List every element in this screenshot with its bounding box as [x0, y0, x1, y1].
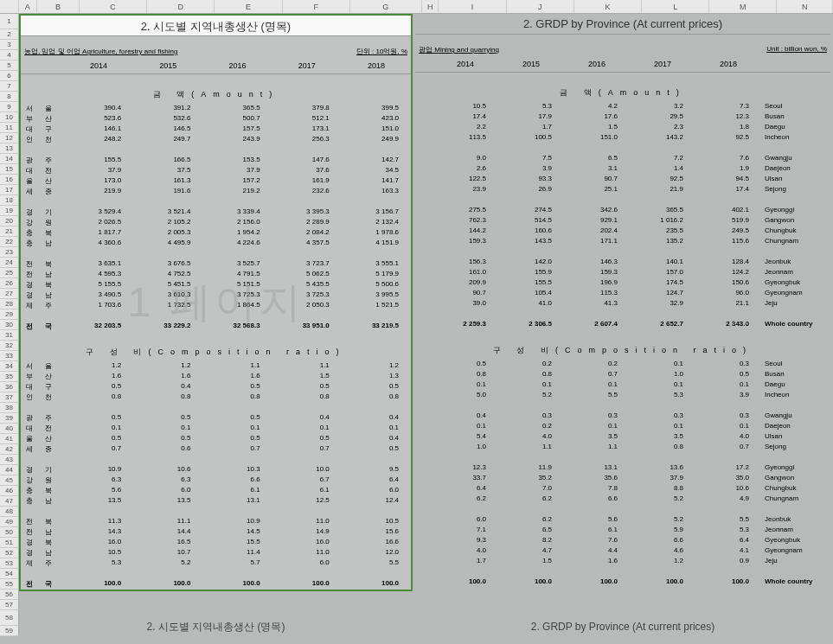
row-23[interactable]: 23	[0, 247, 19, 258]
row-59[interactable]: 59	[0, 626, 19, 636]
row-20[interactable]: 20	[0, 216, 19, 226]
cell: 423.0	[342, 114, 411, 124]
row-17[interactable]: 17	[0, 185, 19, 195]
row-43[interactable]: 43	[0, 455, 19, 465]
row-24[interactable]: 24	[0, 258, 19, 268]
row-35[interactable]: 35	[0, 372, 19, 382]
row-33[interactable]: 33	[0, 351, 19, 361]
row-29[interactable]: 29	[0, 309, 19, 320]
row-19[interactable]: 19	[0, 206, 19, 216]
cell: 9.0	[433, 154, 498, 164]
row-5[interactable]: 5	[0, 61, 19, 71]
row-4[interactable]: 4	[0, 50, 19, 61]
row-31[interactable]: 31	[0, 330, 19, 341]
row-18[interactable]: 18	[0, 195, 19, 206]
region-label: 충 북	[21, 228, 64, 239]
cell: 4 495.9	[133, 239, 202, 249]
col-G[interactable]: G	[350, 0, 422, 13]
row-27[interactable]: 27	[0, 289, 19, 299]
col-N[interactable]: N	[777, 0, 833, 13]
row-21[interactable]: 21	[0, 226, 19, 237]
cell: 2.6	[433, 164, 498, 175]
cell: 4 151.9	[342, 239, 411, 249]
cell: 173.1	[272, 124, 342, 135]
col-H[interactable]: H	[422, 0, 439, 13]
row-8[interactable]: 8	[0, 92, 19, 102]
row-58[interactable]: 58	[0, 610, 19, 626]
row-57[interactable]: 57	[0, 600, 19, 610]
cell: 7.6	[564, 536, 630, 546]
row-12[interactable]: 12	[0, 133, 19, 143]
row-1[interactable]: 1	[0, 14, 19, 29]
cell: 275.5	[433, 206, 498, 216]
row-49[interactable]: 49	[0, 517, 19, 527]
col-D[interactable]: D	[147, 0, 215, 13]
row-6[interactable]: 6	[0, 71, 19, 81]
row-11[interactable]: 11	[0, 123, 19, 133]
row-48[interactable]: 48	[0, 507, 19, 517]
row-40[interactable]: 40	[0, 424, 19, 434]
row-51[interactable]: 51	[0, 538, 19, 548]
row-41[interactable]: 41	[0, 434, 19, 444]
row-16[interactable]: 16	[0, 175, 19, 185]
cell: 16.0	[272, 538, 342, 548]
col-C[interactable]: C	[80, 0, 147, 13]
col-A[interactable]: A	[19, 0, 38, 13]
row-25[interactable]: 25	[0, 268, 19, 278]
cell: 156.3	[433, 258, 498, 268]
row-42[interactable]: 42	[0, 444, 19, 455]
data-row: 울 산173.0161.3157.2161.9141.7	[21, 176, 411, 187]
col-I[interactable]: I	[439, 0, 506, 13]
row-3[interactable]: 3	[0, 40, 19, 50]
cell: 4 595.3	[64, 270, 133, 280]
region-label: Sejong	[761, 443, 830, 453]
col-L[interactable]: L	[642, 0, 709, 13]
cell: 399.5	[342, 104, 411, 114]
region-label: Daejeon	[761, 164, 830, 175]
row-46[interactable]: 46	[0, 486, 19, 496]
row-7[interactable]: 7	[0, 81, 19, 92]
row-54[interactable]: 54	[0, 569, 19, 579]
row-53[interactable]: 53	[0, 558, 19, 569]
row-22[interactable]: 22	[0, 237, 19, 247]
row-9[interactable]: 9	[0, 102, 19, 112]
row-13[interactable]: 13	[0, 143, 19, 154]
row-15[interactable]: 15	[0, 164, 19, 175]
row-38[interactable]: 38	[0, 403, 19, 413]
row-34[interactable]: 34	[0, 361, 19, 372]
row-50[interactable]: 50	[0, 527, 19, 538]
cell: 249.9	[342, 135, 411, 145]
col-K[interactable]: K	[574, 0, 642, 13]
row-28[interactable]: 28	[0, 299, 19, 309]
cell: 100.0	[272, 579, 342, 590]
data-row: 세 종219.9191.6219.2232.6163.3	[21, 187, 411, 197]
row-44[interactable]: 44	[0, 465, 19, 475]
row-45[interactable]: 45	[0, 475, 19, 486]
row-37[interactable]: 37	[0, 392, 19, 403]
col-B[interactable]: B	[37, 0, 80, 13]
col-M[interactable]: M	[709, 0, 777, 13]
cell: 365.5	[630, 206, 695, 216]
data-row: 0.80.80.71.00.5Busan	[415, 370, 830, 380]
row-56[interactable]: 56	[0, 590, 19, 600]
col-E[interactable]: E	[215, 0, 282, 13]
cell: 12.3	[433, 463, 498, 474]
row-14[interactable]: 14	[0, 154, 19, 164]
col-J[interactable]: J	[507, 0, 574, 13]
row-55[interactable]: 55	[0, 579, 19, 590]
cell: 1.1	[564, 443, 630, 453]
row-10[interactable]: 10	[0, 112, 19, 123]
row-30[interactable]: 30	[0, 320, 19, 330]
row-47[interactable]: 47	[0, 496, 19, 507]
col-F[interactable]: F	[283, 0, 350, 13]
cell: 1.1	[498, 443, 564, 453]
region-label: Seoul	[761, 360, 830, 370]
region-label: 인 천	[21, 135, 64, 145]
row-2[interactable]: 2	[0, 29, 19, 40]
row-32[interactable]: 32	[0, 341, 19, 351]
row-39[interactable]: 39	[0, 413, 19, 424]
row-52[interactable]: 52	[0, 548, 19, 558]
row-26[interactable]: 26	[0, 278, 19, 289]
cell: 96.0	[695, 289, 761, 299]
row-36[interactable]: 36	[0, 382, 19, 392]
